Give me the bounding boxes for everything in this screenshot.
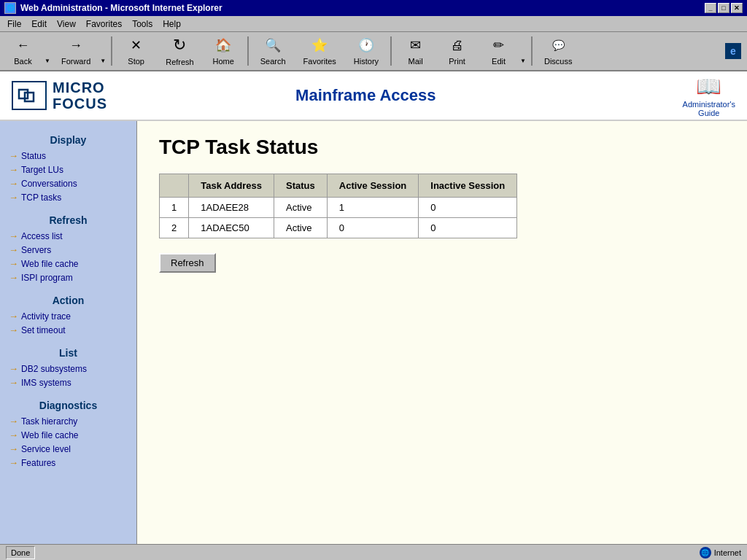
- forward-arrow[interactable]: ▼: [98, 34, 107, 69]
- admin-guide-label: Administrator'sGuide: [683, 100, 735, 117]
- status-table: Task Address Status Active Session Inact…: [159, 174, 517, 238]
- menu-edit[interactable]: Edit: [27, 18, 51, 31]
- menu-file[interactable]: File: [3, 18, 26, 31]
- sidebar-item-set-timeout[interactable]: → Set timeout: [0, 323, 136, 337]
- sidebar-item-web-file-cache-refresh[interactable]: → Web file cache: [0, 257, 136, 271]
- cell-num: 1: [160, 198, 189, 218]
- sidebar-section-list: List: [0, 341, 136, 362]
- sidebar-item-servers[interactable]: → Servers: [0, 243, 136, 257]
- close-button[interactable]: ✕: [731, 3, 743, 13]
- edit-button[interactable]: ✏ Edit: [479, 34, 519, 69]
- sidebar-item-service-level[interactable]: → Service level: [0, 442, 136, 456]
- cell-inactive-session: 0: [419, 218, 517, 238]
- mail-icon: ✉: [406, 36, 426, 54]
- discuss-button[interactable]: 💬 Discuss: [536, 34, 581, 69]
- menu-tools[interactable]: Tools: [128, 18, 157, 31]
- arrow-icon: →: [9, 443, 18, 454]
- sidebar-section-display: Display: [0, 128, 136, 149]
- sidebar-item-web-file-cache[interactable]: → Web file cache: [0, 428, 136, 442]
- back-arrow[interactable]: ▼: [43, 34, 52, 69]
- sidebar-section-diagnostics: Diagnostics: [0, 394, 136, 414]
- arrow-icon: →: [9, 258, 18, 269]
- cell-status: Active: [274, 198, 328, 218]
- ie-logo: e: [725, 43, 741, 59]
- sidebar-item-ims-systems[interactable]: → IMS systems: [0, 376, 136, 389]
- window-title: Web Administration - Microsoft Internet …: [20, 3, 222, 13]
- page-header: MICRO FOCUS Mainframe Access 📖 Administr…: [0, 71, 747, 121]
- cell-status: Active: [274, 218, 328, 238]
- print-icon: 🖨: [447, 36, 468, 54]
- status-text: Done: [6, 546, 35, 559]
- cell-address: 1ADAEC50: [189, 218, 274, 238]
- home-icon: 🏠: [213, 36, 233, 54]
- sidebar-item-target-lus[interactable]: → Target LUs: [0, 163, 136, 176]
- svg-rect-1: [25, 93, 34, 101]
- arrow-icon: →: [9, 178, 18, 189]
- print-button[interactable]: 🖨 Print: [437, 34, 477, 69]
- arrow-icon: →: [9, 363, 18, 374]
- menu-view[interactable]: View: [53, 18, 80, 31]
- menu-help[interactable]: Help: [158, 18, 185, 31]
- minimize-button[interactable]: _: [705, 3, 716, 13]
- sidebar-item-status[interactable]: → Status: [0, 149, 136, 163]
- sidebar-item-ispi-program[interactable]: → ISPI program: [0, 271, 136, 284]
- arrow-icon: →: [9, 192, 18, 203]
- sidebar-section-refresh: Refresh: [0, 209, 136, 229]
- sidebar-item-task-hierarchy[interactable]: → Task hierarchy: [0, 414, 136, 428]
- search-button[interactable]: 🔍 Search: [252, 34, 294, 69]
- arrow-icon: →: [9, 324, 18, 335]
- mail-button[interactable]: ✉ Mail: [395, 34, 436, 69]
- window-controls[interactable]: _ □ ✕: [705, 3, 743, 13]
- svg-rect-0: [19, 90, 28, 98]
- home-button[interactable]: 🏠 Home: [204, 34, 244, 69]
- toolbar-separator-3: [390, 36, 392, 66]
- stop-icon: ✕: [126, 36, 147, 54]
- sidebar-item-tcp-tasks[interactable]: → TCP tasks: [0, 190, 136, 204]
- refresh-button[interactable]: ↻ Refresh: [158, 34, 202, 69]
- arrow-icon: →: [9, 164, 18, 175]
- edit-arrow[interactable]: ▼: [519, 34, 527, 69]
- table-row: 1 1ADAEE28 Active 1 0: [160, 198, 517, 218]
- arrow-icon: →: [9, 230, 18, 241]
- header-title: Mainframe Access: [49, 86, 683, 105]
- arrow-icon: →: [9, 150, 18, 161]
- discuss-icon: 💬: [548, 36, 568, 54]
- menubar: File Edit View Favorites Tools Help: [0, 16, 747, 32]
- arrow-icon: →: [9, 416, 18, 427]
- menu-favorites[interactable]: Favorites: [82, 18, 126, 31]
- sidebar-item-features[interactable]: → Features: [0, 456, 136, 470]
- history-button[interactable]: 🕐 History: [346, 34, 387, 69]
- toolbar: ← Back ▼ → Forward ▼ ✕ Stop ↻ Refresh 🏠 …: [0, 32, 747, 71]
- col-header-status: Status: [274, 174, 328, 198]
- admin-guide-link[interactable]: 📖 Administrator'sGuide: [683, 74, 735, 117]
- forward-button[interactable]: → Forward: [53, 34, 98, 69]
- page-body: Display → Status → Target LUs → Conversa…: [0, 121, 747, 544]
- toolbar-separator-4: [531, 36, 533, 66]
- search-icon: 🔍: [263, 36, 283, 54]
- sidebar-section-action: Action: [0, 289, 136, 309]
- favorites-button[interactable]: ⭐ Favorites: [295, 34, 344, 69]
- cell-active-session: 0: [327, 218, 419, 238]
- sidebar-item-activity-trace[interactable]: → Activity trace: [0, 309, 136, 323]
- stop-button[interactable]: ✕ Stop: [116, 34, 156, 69]
- history-icon: 🕐: [356, 36, 376, 54]
- statusbar-left: Done: [6, 546, 35, 559]
- table-row: 2 1ADAEC50 Active 0 0: [160, 218, 517, 238]
- refresh-content-button[interactable]: Refresh: [159, 253, 216, 273]
- sidebar-item-access-list[interactable]: → Access list: [0, 229, 136, 243]
- arrow-icon: →: [9, 272, 18, 283]
- cell-inactive-session: 0: [419, 198, 517, 218]
- toolbar-separator-2: [247, 36, 249, 66]
- cell-address: 1ADAEE28: [189, 198, 274, 218]
- statusbar-right: 🌐 Internet: [700, 547, 741, 559]
- cell-active-session: 1: [327, 198, 419, 218]
- sidebar-item-db2-subsystems[interactable]: → DB2 subsystems: [0, 362, 136, 376]
- col-header-num: [160, 174, 189, 198]
- statusbar: Done 🌐 Internet: [0, 544, 747, 560]
- sidebar-item-conversations[interactable]: → Conversations: [0, 176, 136, 190]
- back-button[interactable]: ← Back: [3, 34, 43, 69]
- maximize-button[interactable]: □: [718, 3, 729, 13]
- toolbar-separator-1: [111, 36, 112, 66]
- arrow-icon: →: [9, 311, 18, 322]
- col-header-address: Task Address: [189, 174, 274, 198]
